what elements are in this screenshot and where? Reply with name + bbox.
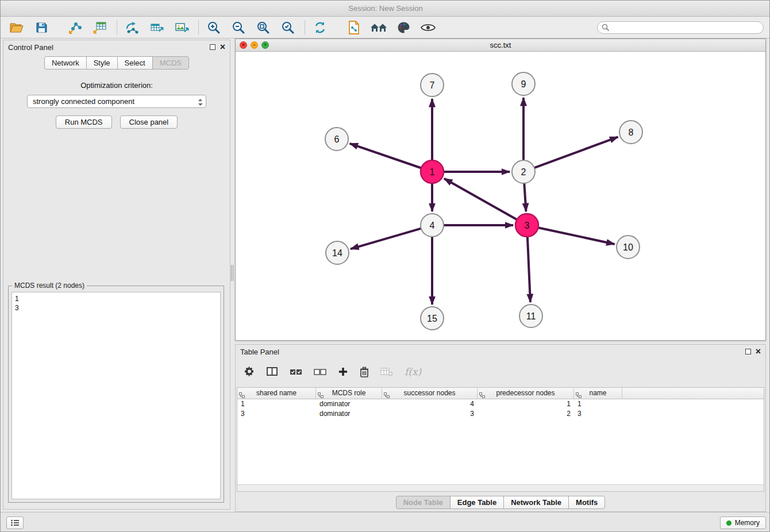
edge-2-3[interactable] (524, 183, 526, 211)
table-cell: 1 (478, 399, 574, 409)
export-table-icon[interactable] (148, 18, 166, 37)
edge-4-14[interactable] (351, 229, 421, 249)
node-label: 6 (334, 134, 340, 144)
node-15[interactable]: 15 (421, 307, 444, 330)
node-8[interactable]: 8 (619, 121, 642, 144)
close-panel-button[interactable]: Close panel (120, 115, 178, 129)
network-overview-icon[interactable] (369, 18, 388, 37)
column-type-icon (479, 391, 485, 402)
node-11[interactable]: 11 (519, 304, 542, 327)
zoom-out-icon[interactable] (229, 18, 248, 37)
task-history-button[interactable] (6, 516, 24, 529)
first-neighbors-icon[interactable] (345, 18, 363, 37)
network-canvas[interactable]: 7968124314101511 (236, 52, 765, 340)
tab-network-table[interactable]: Network Table (503, 496, 569, 509)
node-label: 11 (526, 311, 536, 321)
application-window: Session: New Session (0, 0, 770, 532)
node-6[interactable]: 6 (325, 128, 348, 151)
optimization-label: Optimization criterion: (3, 81, 230, 90)
column-header-mcds-role[interactable]: MCDS role (316, 388, 382, 399)
node-label: 14 (332, 248, 342, 258)
close-window-icon[interactable]: × (240, 41, 247, 49)
node-3[interactable]: 3 (515, 214, 538, 237)
import-network-icon[interactable] (66, 18, 84, 37)
zoom-fit-icon[interactable] (254, 18, 272, 37)
table-horizontal-scrollbar[interactable] (237, 484, 764, 491)
search-input[interactable] (597, 21, 764, 34)
tab-network[interactable]: Network (44, 56, 87, 70)
close-panel-icon[interactable]: × (220, 43, 225, 51)
refresh-layout-icon[interactable] (311, 18, 329, 37)
memory-button[interactable]: Memory (720, 516, 766, 529)
table-row[interactable]: 1dominator411 (237, 399, 764, 409)
close-panel-icon[interactable]: × (756, 348, 761, 356)
node-4[interactable]: 4 (421, 214, 444, 237)
maximize-window-icon[interactable]: + (261, 41, 269, 49)
tab-motifs[interactable]: Motifs (568, 496, 605, 509)
edge-2-8[interactable] (534, 137, 618, 168)
delete-column-icon[interactable] (360, 367, 369, 377)
columns-icon[interactable] (267, 367, 278, 377)
delete-table-icon[interactable] (380, 367, 393, 376)
node-label: 4 (430, 221, 435, 230)
tab-node-table[interactable]: Node Table (396, 496, 451, 509)
column-header-predecessor-nodes[interactable]: predecessor nodes (478, 388, 574, 399)
network-window: × − + scc.txt 7968124314101511 (235, 38, 766, 341)
import-table-icon[interactable] (91, 18, 109, 37)
node-table: shared nameMCDS rolesuccessor nodesprede… (237, 387, 764, 492)
node-7[interactable]: 7 (421, 74, 444, 97)
float-panel-icon[interactable] (210, 44, 215, 50)
show-hide-icon[interactable] (419, 18, 437, 37)
select-all-icon[interactable] (290, 368, 302, 376)
tab-style[interactable]: Style (86, 56, 118, 70)
minimize-window-icon[interactable]: − (251, 41, 258, 49)
run-mcds-button[interactable]: Run MCDS (56, 115, 112, 129)
export-network-icon[interactable] (123, 18, 141, 37)
deselect-all-icon[interactable] (314, 368, 326, 376)
memory-label: Memory (735, 519, 760, 527)
table-cell: 4 (382, 399, 478, 409)
tab-edge-table[interactable]: Edge Table (450, 496, 504, 509)
float-panel-icon[interactable] (745, 349, 751, 354)
zoom-selected-icon[interactable] (279, 18, 297, 37)
edge-1-6[interactable] (350, 144, 421, 168)
mcds-result-list: 13 (11, 292, 221, 499)
edge-3-10[interactable] (538, 228, 615, 244)
export-image-icon[interactable] (172, 18, 191, 37)
memory-status-icon (726, 521, 732, 526)
open-file-icon[interactable] (7, 18, 26, 37)
edge-3-11[interactable] (528, 237, 530, 302)
table-row[interactable]: 3dominator323 (237, 409, 764, 419)
node-14[interactable]: 14 (326, 241, 349, 264)
control-panel-tabs: NetworkStyleSelectMCDS (3, 56, 230, 70)
window-titlebar: Session: New Session (1, 1, 770, 17)
style-icon[interactable] (394, 18, 413, 37)
window-title: Session: New Session (348, 4, 422, 13)
control-panel: Control Panel × NetworkStyleSelectMCDS O… (3, 40, 230, 510)
column-header-successor-nodes[interactable]: successor nodes (382, 388, 478, 399)
optimization-select-value: strongly connected component (33, 97, 134, 106)
edge-3-1[interactable] (444, 179, 517, 219)
save-session-icon[interactable] (32, 18, 51, 37)
node-1[interactable]: 1 (421, 160, 444, 183)
gear-icon[interactable] (244, 366, 255, 377)
column-header-shared-name[interactable]: shared name (237, 388, 316, 399)
column-type-icon (384, 391, 390, 402)
add-column-icon[interactable] (338, 367, 348, 377)
node-9[interactable]: 9 (512, 72, 535, 95)
tab-select[interactable]: Select (117, 56, 153, 70)
panel-divider-handle[interactable] (231, 265, 234, 281)
select-stepper-icon (198, 98, 203, 110)
column-type-icon (576, 391, 582, 402)
table-body: 1dominator4113dominator323 (237, 399, 764, 484)
node-10[interactable]: 10 (617, 236, 640, 259)
zoom-in-icon[interactable] (205, 18, 223, 37)
result-line: 1 (12, 292, 220, 303)
control-panel-title: Control Panel (8, 43, 53, 52)
tab-mcds[interactable]: MCDS (152, 56, 189, 70)
function-builder-icon[interactable]: f(x) (405, 366, 421, 377)
optimization-select[interactable]: strongly connected component (27, 95, 206, 108)
node-2[interactable]: 2 (512, 160, 535, 183)
table-panel-title: Table Panel (240, 348, 279, 356)
column-header-name[interactable]: name (574, 388, 622, 399)
